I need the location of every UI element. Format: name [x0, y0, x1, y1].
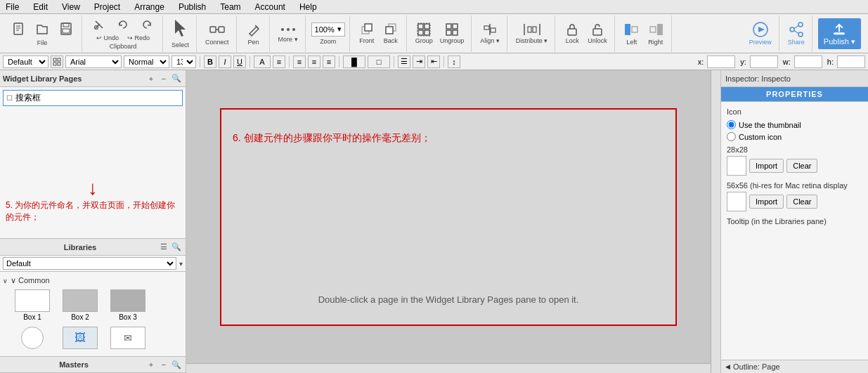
save-file-btn[interactable]: [55, 20, 77, 38]
more-btn[interactable]: More ▾: [276, 22, 301, 44]
import-56-btn[interactable]: Import: [749, 195, 784, 209]
lib-item-box1[interactable]: Box 1: [11, 289, 53, 321]
publish-btn[interactable]: Publish ▾: [818, 18, 861, 49]
pen-group: Pen: [238, 15, 270, 52]
group-ungroup-group: Group Ungroup: [408, 15, 472, 52]
svg-rect-52: [58, 63, 60, 65]
menu-team[interactable]: Team: [217, 2, 243, 12]
front-btn[interactable]: Front: [356, 21, 378, 46]
undo-btn[interactable]: [112, 17, 134, 33]
clipboard-label: Clipboard: [110, 43, 137, 50]
menu-arrange[interactable]: Arrange: [131, 2, 167, 12]
page-item[interactable]: ☐ 搜索框: [3, 90, 183, 106]
svg-point-14: [292, 28, 295, 31]
lib-select[interactable]: Default: [3, 257, 176, 270]
left-btn[interactable]: Left: [621, 20, 643, 47]
menu-file[interactable]: File: [3, 2, 22, 12]
connect-btn[interactable]: Connect: [202, 20, 232, 47]
pages-add-btn[interactable]: +: [145, 72, 157, 85]
h-label: h:: [827, 58, 834, 66]
menu-account[interactable]: Account: [252, 2, 288, 12]
lib-item-circle[interactable]: [11, 327, 53, 351]
canvas-frame: 6. 创建元件的步骤跟你平时的操作毫无差别； Double-click a pa…: [220, 108, 677, 326]
font-color-btn[interactable]: A: [254, 55, 271, 68]
y-input[interactable]: [750, 55, 778, 68]
font-select[interactable]: Arial: [65, 55, 122, 68]
svg-rect-24: [446, 24, 451, 29]
font-size-select[interactable]: 13: [171, 55, 196, 68]
pages-remove-btn[interactable]: −: [157, 72, 170, 85]
lib-item-box2[interactable]: Box 2: [59, 289, 101, 321]
cut-btn[interactable]: [88, 17, 110, 33]
preview-btn[interactable]: Preview: [746, 20, 775, 47]
align-right-btn[interactable]: ≡: [308, 55, 320, 68]
lib-common-section[interactable]: ∨ ∨ Common: [3, 275, 183, 287]
lock-btn[interactable]: Lock: [561, 21, 583, 46]
svg-rect-6: [63, 29, 70, 33]
libraries-search-btn[interactable]: 🔍: [170, 241, 183, 254]
x-input[interactable]: [707, 55, 735, 68]
pages-search-btn[interactable]: 🔍: [170, 72, 183, 85]
inspector-title: Inspector: Inspecto: [725, 74, 791, 83]
zoom-input[interactable]: 100% ▾: [311, 22, 345, 37]
style-icon-btn[interactable]: [51, 55, 63, 68]
custom-icon-option[interactable]: Custom icon: [727, 132, 862, 141]
distribute-btn[interactable]: Distribute ▾: [513, 21, 551, 46]
outdent-btn[interactable]: ⇤: [427, 55, 440, 68]
italic-btn[interactable]: I: [219, 55, 231, 68]
fill-color-btn[interactable]: █: [343, 55, 365, 68]
justify-btn[interactable]: ≡: [323, 55, 335, 68]
open-file-btn[interactable]: [31, 20, 53, 38]
icon-28-row: Import Clear: [727, 156, 862, 176]
clear-28-btn[interactable]: Clear: [786, 159, 817, 173]
menu-help[interactable]: Help: [297, 2, 320, 12]
stroke-color-btn[interactable]: □: [368, 55, 390, 68]
clear-56-btn[interactable]: Clear: [786, 195, 817, 209]
unlock-btn[interactable]: Unlock: [585, 21, 610, 46]
libraries-menu-btn[interactable]: ☰: [157, 241, 170, 254]
use-thumbnail-option[interactable]: Use the thumbnail: [727, 120, 862, 129]
properties-tab[interactable]: PROPERTIES: [721, 87, 868, 102]
menu-publish[interactable]: Publish: [176, 2, 209, 12]
redo-btn[interactable]: [136, 17, 158, 33]
lib-item-envelope[interactable]: ✉: [107, 327, 149, 351]
spacing-btn[interactable]: ↕: [448, 55, 460, 68]
lib-item-image[interactable]: 🖼: [59, 327, 101, 351]
text-style-select[interactable]: Normal: [124, 55, 169, 68]
pen-btn[interactable]: Pen: [242, 20, 265, 47]
x-label: x:: [698, 58, 704, 66]
share-btn[interactable]: Share: [785, 20, 808, 47]
import-28-btn[interactable]: Import: [749, 159, 784, 173]
new-file-btn[interactable]: [7, 20, 30, 38]
bold-btn[interactable]: B: [204, 55, 216, 68]
use-thumbnail-radio[interactable]: [727, 120, 736, 129]
w-input[interactable]: [794, 55, 822, 68]
menu-view[interactable]: View: [59, 2, 83, 12]
masters-search-btn[interactable]: 🔍: [170, 358, 183, 371]
select-btn[interactable]: Select: [169, 17, 192, 50]
canvas-area[interactable]: 6. 创建元件的步骤跟你平时的操作毫无差别； Double-click a pa…: [186, 70, 720, 373]
menu-edit[interactable]: Edit: [30, 2, 51, 12]
masters-remove-btn[interactable]: −: [157, 358, 170, 371]
ungroup-btn[interactable]: Ungroup: [437, 21, 467, 46]
group-btn[interactable]: Group: [413, 21, 436, 46]
back-btn[interactable]: Back: [380, 21, 402, 46]
menu-project[interactable]: Project: [91, 2, 123, 12]
custom-icon-radio[interactable]: [727, 132, 736, 141]
align-btn[interactable]: Align ▾: [477, 21, 503, 46]
lib-items: ∨ ∨ Common Box 1 Box 2 Box 3: [0, 272, 186, 356]
align-left-btn[interactable]: ≡: [273, 55, 285, 68]
canvas-scrollbar-vertical[interactable]: [711, 70, 720, 373]
canvas-scrollbar-horizontal[interactable]: [186, 363, 711, 373]
indent-btn[interactable]: ⇥: [413, 55, 425, 68]
outline-footer[interactable]: ◀ Outline: Page: [721, 360, 868, 373]
masters-add-btn[interactable]: +: [145, 358, 157, 371]
svg-rect-8: [210, 27, 216, 32]
underline-btn[interactable]: U: [233, 55, 246, 68]
h-input[interactable]: [837, 55, 865, 68]
list-btn[interactable]: ☰: [398, 55, 410, 68]
align-center-btn[interactable]: ≡: [293, 55, 306, 68]
right-btn[interactable]: Right: [644, 20, 667, 47]
lib-item-box3[interactable]: Box 3: [107, 289, 149, 321]
style-select[interactable]: Default: [3, 55, 48, 68]
